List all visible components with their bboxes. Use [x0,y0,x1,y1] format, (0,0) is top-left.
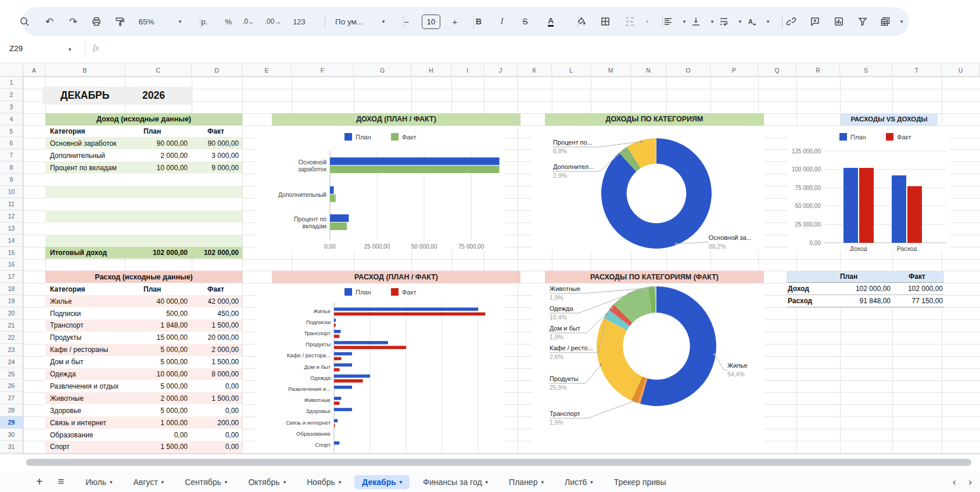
font-size-input[interactable]: 10 [422,7,440,36]
row-header-22[interactable]: 22 [0,332,23,344]
increase-font-size-button[interactable]: + [446,7,464,36]
column-header-Q[interactable]: Q [758,64,796,77]
add-sheet-button[interactable]: + [36,475,43,489]
summary-row[interactable]: Расход91 848,0077 150,00 [787,295,944,307]
column-header-N[interactable]: N [631,64,666,77]
summary-row[interactable]: Доход102 000,00102 000,00 [787,283,944,295]
row-header-12[interactable]: 12 [0,210,23,222]
italic-button[interactable]: I [493,7,511,36]
summary-table[interactable]: ПланФактДоход102 000,00102 000,00Расход9… [787,271,944,307]
scroll-tabs-left-icon[interactable]: ‹ [953,476,956,488]
row-header-29[interactable]: 29 [0,416,23,429]
zoom-caret-icon[interactable]: ▾ [171,7,189,36]
income-table-row[interactable]: КатегорияПланФакт [45,125,242,138]
expense-bar-chart[interactable]: ПланФактЖильеПодпискиТранспортПродуктыКа… [256,283,505,453]
row-header-18[interactable]: 18 [0,283,23,295]
income-table-row[interactable]: Доход (исходные данные) [45,113,242,125]
row-header-4[interactable]: 4 [0,113,23,125]
row-header-24[interactable]: 24 [0,356,23,368]
month-title-block[interactable]: ДЕКАБРЬ2026 [42,87,193,105]
column-header-J[interactable]: J [484,64,518,77]
sheet-tab-Июль[interactable]: Июль▾ [78,475,120,489]
expense-table-row[interactable]: Развлечения и отдых5 000,000,00 [45,380,242,392]
row-header-6[interactable]: 6 [0,138,23,150]
column-header-H[interactable]: H [411,64,451,77]
column-header-E[interactable]: E [242,64,292,77]
column-header-B[interactable]: B [45,64,125,77]
row-header-15[interactable]: 15 [0,247,23,259]
undo-icon[interactable]: ↶ [40,7,59,36]
fill-color-icon[interactable] [572,7,590,36]
income-table-row[interactable]: Процент по вкладам10 000,009 000,00 [45,161,242,174]
formula-input[interactable] [110,36,980,63]
column-header-U[interactable]: U [942,64,980,77]
column-header-C[interactable]: C [125,64,192,77]
column-header-L[interactable]: L [552,64,591,77]
income-table-row[interactable]: Основной заработок90 000,0090 000,00 [45,137,242,149]
row-header-25[interactable]: 25 [0,368,23,380]
row-header-13[interactable]: 13 [0,222,23,235]
insert-chart-icon[interactable] [830,7,848,36]
select-all-corner[interactable] [0,64,23,77]
row-header-19[interactable]: 19 [0,295,23,307]
row-header-30[interactable]: 30 [0,429,23,441]
income-table-row[interactable]: Дополнительный2 000,003 000,00 [45,149,242,161]
name-box-caret-icon[interactable]: ▾ [69,46,71,52]
sheet-tab-Август[interactable]: Август▾ [125,475,171,489]
expense-table-row[interactable]: Кафе / рестораны5 000,002 000,00 [45,344,242,356]
row-header-31[interactable]: 31 [0,441,23,453]
income-table-row[interactable] [45,222,242,235]
sheet-tab-Трекер привы[interactable]: Трекер привы [606,475,674,489]
income-table-row[interactable] [45,235,242,247]
income-table-row[interactable] [45,186,242,198]
column-header-A[interactable]: A [23,64,45,77]
increase-decimals-button[interactable]: .00→ [264,7,282,36]
row-header-7[interactable]: 7 [0,149,23,161]
expense-table-row[interactable]: Дом и быт5 000,001 500,00 [45,356,242,368]
expense-table-row[interactable]: Одежда10 000,008 000,00 [45,368,242,380]
column-header-G[interactable]: G [354,64,411,77]
row-header-17[interactable]: 17 [0,271,23,283]
row-header-28[interactable]: 28 [0,404,23,416]
column-header-K[interactable]: K [518,64,552,77]
paint-format-icon[interactable] [110,7,129,36]
font-select[interactable]: По ум... [323,7,375,36]
merge-cells-icon[interactable] [620,7,639,36]
font-caret-icon[interactable]: ▾ [374,7,393,36]
all-sheets-button[interactable]: ≡ [58,476,64,488]
horizontal-scrollbar[interactable] [0,454,980,472]
borders-icon[interactable] [596,7,615,36]
expense-table-row[interactable]: Здоровье5 000,000,00 [45,404,242,416]
income-table-row[interactable] [45,198,242,210]
sheet-tab-Ноябрь[interactable]: Ноябрь▾ [299,475,349,489]
expense-table-row[interactable]: Связь и интернет1 000,00200,00 [45,416,242,429]
row-header-27[interactable]: 27 [0,392,23,404]
search-icon[interactable] [15,7,34,36]
create-filter-icon[interactable] [853,7,872,36]
column-header-I[interactable]: I [451,64,484,77]
column-header-P[interactable]: P [710,64,758,77]
horizontal-scrollbar-thumb[interactable] [26,459,971,466]
table-views-caret-icon[interactable]: ▾ [892,7,911,36]
expense-table-row[interactable]: Жилье40 000,0042 000,00 [45,295,242,307]
insert-link-icon[interactable] [782,7,800,36]
row-header-1[interactable]: 1 [0,77,23,89]
income-table-row[interactable]: Итоговый доход102 000,00102 000,00 [45,247,242,259]
income-table-row[interactable] [45,210,242,222]
expense-table-row[interactable]: Спорт1 500,000,00 [45,441,242,453]
income_donut-chart[interactable]: Процент по...8,8%Дополнител...2,9%Основн… [532,126,764,250]
sheet-tab-Сентябрь[interactable]: Сентябрь▾ [177,475,235,489]
row-header-5[interactable]: 5 [0,125,23,138]
sheet-tab-Лист6[interactable]: Лист6▾ [557,475,601,489]
column-header-O[interactable]: O [666,64,710,77]
income-bar-chart[interactable]: ПланФакт0,0025 000,0050 000,0075 000,00О… [256,126,505,250]
sheet-tab-Планер[interactable]: Планер▾ [501,475,551,489]
column-header-D[interactable]: D [192,64,242,77]
row-header-23[interactable]: 23 [0,344,23,356]
row-header-20[interactable]: 20 [0,307,23,319]
text-color-button[interactable]: A [541,7,560,36]
print-icon[interactable] [87,7,106,36]
row-header-21[interactable]: 21 [0,319,23,332]
scroll-tabs-right-icon[interactable]: › [968,476,972,488]
row-header-3[interactable]: 3 [0,101,23,113]
